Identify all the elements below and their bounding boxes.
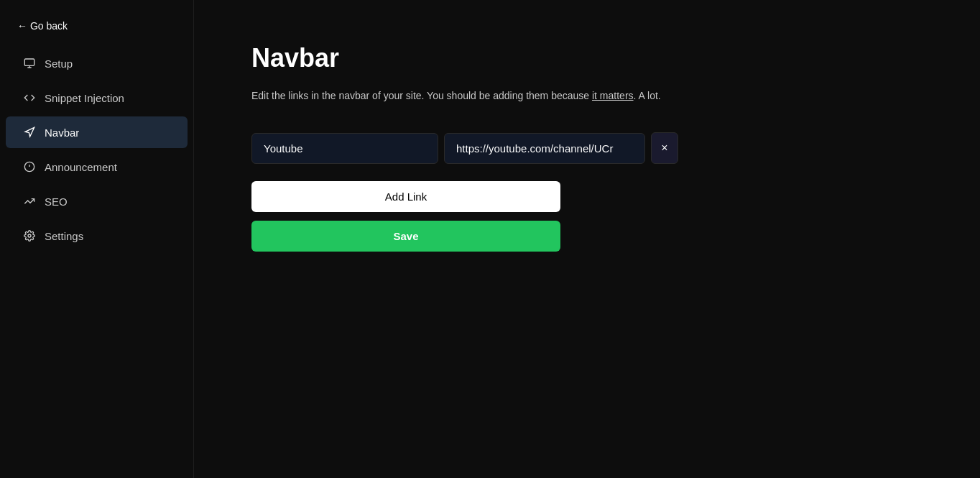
link-name-input[interactable]: [251, 133, 438, 164]
sidebar-item-navbar-label: Navbar: [45, 127, 79, 139]
svg-rect-0: [24, 59, 34, 65]
sidebar-item-snippet-label: Snippet Injection: [45, 92, 124, 104]
it-matters-link[interactable]: it matters: [592, 90, 634, 101]
sidebar-item-settings[interactable]: Settings: [6, 220, 188, 252]
sidebar-item-snippet-injection[interactable]: Snippet Injection: [6, 82, 188, 114]
navigation-icon: [23, 126, 36, 139]
remove-link-button[interactable]: ×: [651, 132, 678, 164]
announcement-icon: [23, 160, 36, 173]
svg-point-3: [28, 234, 31, 237]
sidebar-item-setup[interactable]: Setup: [6, 47, 188, 79]
page-title: Navbar: [251, 43, 923, 73]
chart-icon: [23, 195, 36, 208]
sidebar-item-announcement[interactable]: Announcement: [6, 151, 188, 183]
save-button[interactable]: Save: [251, 221, 560, 252]
sidebar-item-navbar[interactable]: Navbar: [6, 116, 188, 148]
code-icon: [23, 91, 36, 104]
sidebar: ← Go back Setup Snippet Injection Navbar: [0, 0, 194, 478]
sidebar-item-settings-label: Settings: [45, 230, 83, 242]
sidebar-item-setup-label: Setup: [45, 58, 73, 70]
sidebar-item-seo[interactable]: SEO: [6, 185, 188, 217]
sidebar-item-announcement-label: Announcement: [45, 161, 117, 173]
link-row: ×: [251, 132, 923, 164]
monitor-icon: [23, 57, 36, 70]
sidebar-item-seo-label: SEO: [45, 196, 68, 208]
settings-icon: [23, 229, 36, 242]
add-link-button[interactable]: Add Link: [251, 181, 560, 212]
main-content: Navbar Edit the links in the navbar of y…: [194, 0, 980, 478]
link-url-input[interactable]: [444, 133, 645, 164]
description-prefix: Edit the links in the navbar of your sit…: [251, 90, 592, 101]
go-back-button[interactable]: ← Go back: [0, 0, 193, 46]
svg-marker-1: [25, 127, 34, 137]
description-suffix: . A lot.: [634, 90, 661, 101]
page-description: Edit the links in the navbar of your sit…: [251, 88, 923, 104]
